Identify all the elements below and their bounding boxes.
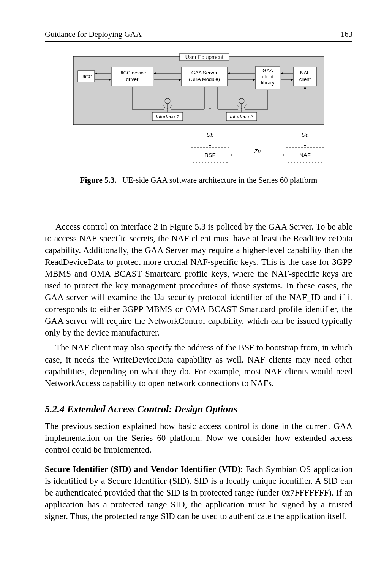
- gaa-server-l2: (GBA Module): [189, 76, 220, 82]
- header-title: Guidance for Deploying GAA: [45, 30, 142, 39]
- uicc-driver-l2: driver: [126, 76, 139, 82]
- figure-caption: Figure 5.3. UE-side GAA software archite…: [80, 176, 318, 185]
- ue-label: User Equipment: [185, 54, 223, 60]
- gaa-server-l1: GAA Server: [191, 70, 218, 76]
- naf-client-l1: NAF: [300, 70, 310, 76]
- paragraph-1-text: Access control on interface 2 in Figure …: [45, 222, 352, 337]
- gaa-lib-l3: library: [261, 80, 275, 86]
- ua-label: Ua: [301, 131, 308, 138]
- running-head: Guidance for Deploying GAA 163: [45, 30, 352, 42]
- page-number: 163: [341, 30, 353, 39]
- uicc-box-label: UICC: [80, 74, 92, 79]
- gaa-lib-l1: GAA: [262, 68, 273, 73]
- interface-2-label: Interface 2: [230, 114, 253, 119]
- figure-5-3: User Equipment UICC UICC device driver G…: [45, 52, 352, 215]
- svg-rect-0: [73, 56, 324, 125]
- zn-label: Zn: [254, 148, 261, 154]
- paragraph-3: The previous section explained how basic…: [45, 420, 352, 456]
- architecture-diagram: User Equipment UICC UICC device driver G…: [70, 52, 328, 170]
- gaa-lib-l2: client: [262, 74, 274, 79]
- figure-label: Figure 5.3.: [80, 176, 117, 185]
- section-heading: 5.2.4 Extended Access Control: Design Op…: [45, 404, 352, 415]
- paragraph-4: Secure Identifier (SID) and Vendor Ident…: [45, 463, 352, 522]
- paragraph-1: Access control on interface 2 in Figure …: [45, 221, 352, 339]
- figure-caption-text: UE-side GAA software architecture in the…: [122, 176, 317, 185]
- ub-label: Ub: [206, 131, 213, 138]
- paragraph-3-text: The previous section explained how basic…: [45, 421, 352, 454]
- naf-client-l2: client: [299, 76, 311, 82]
- interface-1-label: Interface 1: [156, 114, 179, 119]
- bsf-label: BSF: [204, 152, 215, 158]
- uicc-driver-l1: UICC device: [119, 70, 146, 76]
- paragraph-2-text: The NAF client may also specify the addr…: [45, 343, 352, 388]
- paragraph-2: The NAF client may also specify the addr…: [45, 342, 352, 389]
- naf-box-label: NAF: [299, 152, 311, 158]
- sid-vid-label: Secure Identifier (SID) and Vendor Ident…: [45, 464, 240, 474]
